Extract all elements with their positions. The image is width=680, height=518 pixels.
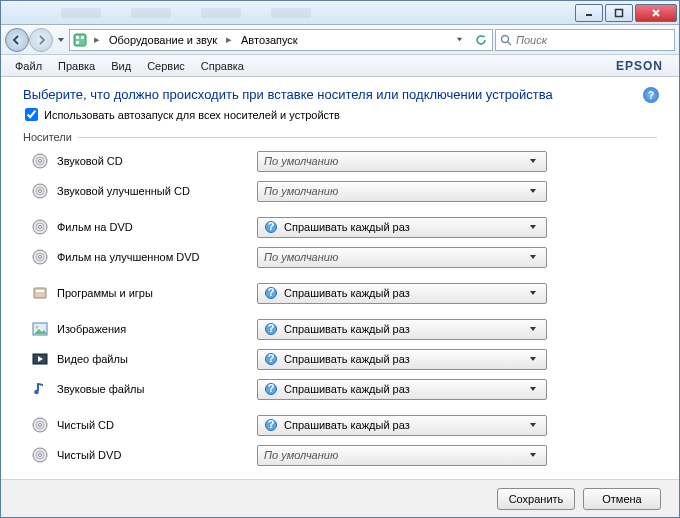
media-row: Звуковой улучшенный CDПо умолчанию bbox=[23, 179, 657, 203]
menu-service[interactable]: Сервис bbox=[139, 58, 193, 74]
dropdown-value: По умолчанию bbox=[264, 449, 520, 461]
svg-text:?: ? bbox=[268, 287, 275, 298]
media-action-dropdown[interactable]: ?Спрашивать каждый раз bbox=[257, 283, 547, 304]
dropdown-value: Спрашивать каждый раз bbox=[284, 383, 520, 395]
svg-point-45 bbox=[39, 454, 42, 457]
help-small-icon: ? bbox=[264, 220, 278, 234]
menu-view[interactable]: Вид bbox=[103, 58, 139, 74]
titlebar bbox=[1, 1, 679, 25]
software-icon bbox=[31, 284, 49, 302]
image-icon bbox=[31, 320, 49, 338]
search-icon bbox=[500, 34, 512, 46]
dropdown-value: По умолчанию bbox=[264, 155, 520, 167]
media-label: Фильм на DVD bbox=[57, 221, 257, 233]
window: ▸ Оборудование и звук ▸ Автозапуск Файл … bbox=[0, 0, 680, 518]
media-label: Изображения bbox=[57, 323, 257, 335]
svg-rect-25 bbox=[36, 290, 44, 292]
breadcrumb-sep: ▸ bbox=[92, 33, 102, 46]
media-label: Звуковые файлы bbox=[57, 383, 257, 395]
media-action-dropdown[interactable]: По умолчанию bbox=[257, 151, 547, 172]
minimize-button[interactable] bbox=[575, 4, 603, 22]
cd-icon bbox=[31, 416, 49, 434]
svg-rect-6 bbox=[81, 36, 84, 39]
svg-text:?: ? bbox=[268, 383, 275, 394]
svg-rect-24 bbox=[34, 288, 46, 298]
refresh-button[interactable] bbox=[472, 34, 490, 46]
footer: Сохранить Отмена bbox=[1, 479, 679, 517]
maximize-button[interactable] bbox=[605, 4, 633, 22]
back-button[interactable] bbox=[5, 28, 29, 52]
svg-rect-4 bbox=[74, 34, 86, 46]
media-action-dropdown[interactable]: ?Спрашивать каждый раз bbox=[257, 319, 547, 340]
chevron-down-icon bbox=[526, 184, 540, 198]
media-row: Фильм на DVD?Спрашивать каждый раз bbox=[23, 215, 657, 239]
chevron-down-icon bbox=[526, 382, 540, 396]
media-action-dropdown[interactable]: По умолчанию bbox=[257, 181, 547, 202]
svg-point-23 bbox=[39, 256, 42, 259]
address-bar[interactable]: ▸ Оборудование и звук ▸ Автозапуск bbox=[69, 29, 493, 51]
media-action-dropdown[interactable]: ?Спрашивать каждый раз bbox=[257, 415, 547, 436]
address-dropdown[interactable] bbox=[450, 36, 468, 43]
svg-point-40 bbox=[39, 424, 42, 427]
svg-point-15 bbox=[39, 190, 42, 193]
chevron-down-icon bbox=[526, 250, 540, 264]
search-input[interactable] bbox=[516, 34, 670, 46]
search-box[interactable] bbox=[495, 29, 675, 51]
audio-icon bbox=[31, 380, 49, 398]
menu-help[interactable]: Справка bbox=[193, 58, 252, 74]
forward-button[interactable] bbox=[29, 28, 53, 52]
chevron-down-icon bbox=[526, 154, 540, 168]
dropdown-value: Спрашивать каждый раз bbox=[284, 353, 520, 365]
help-small-icon: ? bbox=[264, 418, 278, 432]
svg-point-29 bbox=[36, 326, 39, 329]
svg-point-35 bbox=[34, 390, 39, 395]
media-label: Чистый CD bbox=[57, 419, 257, 431]
group-media-label: Носители bbox=[23, 131, 72, 143]
group-media-header: Носители bbox=[23, 131, 657, 143]
help-small-icon: ? bbox=[264, 352, 278, 366]
svg-point-18 bbox=[39, 226, 42, 229]
video-icon bbox=[31, 350, 49, 368]
media-row: Фильм на улучшенном DVDПо умолчанию bbox=[23, 245, 657, 269]
breadcrumb-sep: ▸ bbox=[224, 33, 234, 46]
media-label: Программы и игры bbox=[57, 287, 257, 299]
save-button[interactable]: Сохранить bbox=[497, 488, 575, 510]
media-row: Изображения?Спрашивать каждый раз bbox=[23, 317, 657, 341]
breadcrumb-item-hardware[interactable]: Оборудование и звук bbox=[106, 34, 220, 46]
media-action-dropdown[interactable]: ?Спрашивать каждый раз bbox=[257, 217, 547, 238]
titlebar-tabs-hint bbox=[1, 8, 573, 18]
nav-history-dropdown[interactable] bbox=[55, 36, 67, 44]
media-label: Фильм на улучшенном DVD bbox=[57, 251, 257, 263]
cd-icon bbox=[31, 182, 49, 200]
media-label: Видео файлы bbox=[57, 353, 257, 365]
close-button[interactable] bbox=[635, 4, 677, 22]
cancel-button[interactable]: Отмена bbox=[583, 488, 661, 510]
menubar: Файл Правка Вид Сервис Справка EPSON bbox=[1, 55, 679, 77]
page-title: Выберите, что должно происходить при вст… bbox=[23, 87, 657, 102]
divider bbox=[78, 137, 657, 138]
dropdown-value: Спрашивать каждый раз bbox=[284, 323, 520, 335]
svg-line-9 bbox=[508, 42, 511, 45]
media-row: Чистый CD?Спрашивать каждый раз bbox=[23, 413, 657, 437]
media-label: Звуковой улучшенный CD bbox=[57, 185, 257, 197]
media-row: Звуковые файлы?Спрашивать каждый раз bbox=[23, 377, 657, 401]
autoplay-all-row: Использовать автозапуск для всех носител… bbox=[25, 108, 657, 121]
media-action-dropdown[interactable]: По умолчанию bbox=[257, 247, 547, 268]
media-action-dropdown[interactable]: По умолчанию bbox=[257, 445, 547, 466]
chevron-down-icon bbox=[526, 448, 540, 462]
dropdown-value: По умолчанию bbox=[264, 251, 520, 263]
help-small-icon: ? bbox=[264, 382, 278, 396]
help-icon[interactable]: ? bbox=[643, 87, 659, 103]
dvd-icon bbox=[31, 218, 49, 236]
media-action-dropdown[interactable]: ?Спрашивать каждый раз bbox=[257, 379, 547, 400]
menu-file[interactable]: Файл bbox=[7, 58, 50, 74]
svg-text:?: ? bbox=[268, 221, 275, 232]
media-row: Видео файлы?Спрашивать каждый раз bbox=[23, 347, 657, 371]
menu-edit[interactable]: Правка bbox=[50, 58, 103, 74]
chevron-down-icon bbox=[526, 322, 540, 336]
media-action-dropdown[interactable]: ?Спрашивать каждый раз bbox=[257, 349, 547, 370]
dropdown-value: Спрашивать каждый раз bbox=[284, 221, 520, 233]
media-row: Программы и игры?Спрашивать каждый раз bbox=[23, 281, 657, 305]
breadcrumb-item-autoplay[interactable]: Автозапуск bbox=[238, 34, 301, 46]
autoplay-all-checkbox[interactable] bbox=[25, 108, 38, 121]
